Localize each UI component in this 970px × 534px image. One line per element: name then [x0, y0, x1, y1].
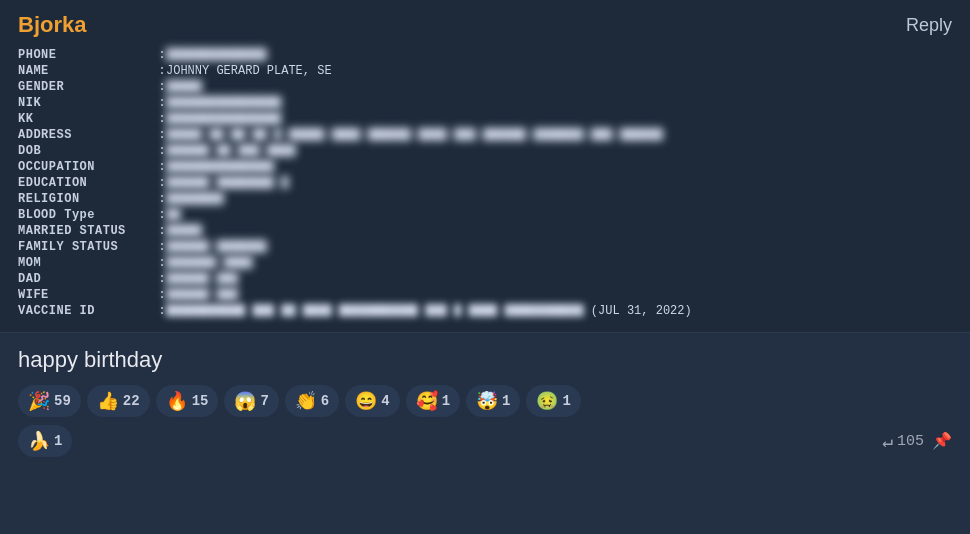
field-label: GENDER	[18, 80, 158, 94]
message-section: happy birthday 🎉59👍22🔥15😱7👏6😄4🥰1🤯1🤢1 🍌1 …	[0, 333, 970, 534]
reaction-count: 15	[192, 393, 209, 409]
reaction-emoji: 👍	[97, 390, 119, 412]
field-value: ████████████████	[166, 112, 952, 126]
main-container: Bjorka Reply PHONE:██████████████NAME:JO…	[0, 0, 970, 534]
field-colon: :	[158, 176, 166, 190]
reaction-emoji: 🥰	[416, 390, 438, 412]
field-colon: :	[158, 240, 166, 254]
field-label: WIFE	[18, 288, 158, 302]
field-label: DAD	[18, 272, 158, 286]
reaction-count: 1	[562, 393, 570, 409]
bottom-row: 🍌1 ↵ 105 📌	[18, 425, 952, 457]
field-label: VACCINE ID	[18, 304, 158, 318]
field-value: ██████ ███	[166, 288, 952, 302]
field-label: NIK	[18, 96, 158, 110]
reaction-count: 4	[381, 393, 389, 409]
field-colon: :	[158, 48, 166, 62]
field-label: MOM	[18, 256, 158, 270]
reaction-emoji: 😱	[234, 390, 256, 412]
reaction-emoji: 🔥	[166, 390, 188, 412]
reaction-pill[interactable]: 🍌1	[18, 425, 72, 457]
reaction-pill[interactable]: 🤯1	[466, 385, 520, 417]
reply-number: 105	[897, 433, 924, 450]
reaction-pill[interactable]: 👏6	[285, 385, 339, 417]
field-value: ████████	[166, 192, 952, 206]
reaction-emoji: 🎉	[28, 390, 50, 412]
field-value: ███████████ ███ ██ ████ ███████████ ███ …	[166, 304, 952, 318]
field-value: ██████████████	[166, 48, 952, 62]
reaction-emoji: 🍌	[28, 430, 50, 452]
field-value: ██████ ███████	[166, 240, 952, 254]
field-value: █████ ██ ██ ██ █ █████ ████ ██████ ████ …	[166, 128, 952, 142]
field-colon: :	[158, 80, 166, 94]
reaction-pill[interactable]: 🎉59	[18, 385, 81, 417]
field-label: FAMILY STATUS	[18, 240, 158, 254]
field-colon: :	[158, 272, 166, 286]
reaction-pill[interactable]: 👍22	[87, 385, 150, 417]
sender-name: Bjorka	[18, 12, 86, 38]
field-value: █████	[166, 224, 952, 238]
reaction-count: 6	[321, 393, 329, 409]
reactions-row-1: 🎉59👍22🔥15😱7👏6😄4🥰1🤯1🤢1	[18, 385, 952, 417]
reply-button[interactable]: Reply	[906, 15, 952, 36]
field-label: DOB	[18, 144, 158, 158]
field-colon: :	[158, 288, 166, 302]
card-header: Bjorka Reply	[18, 12, 952, 38]
field-label: OCCUPATION	[18, 160, 158, 174]
field-value: ██████ ███	[166, 272, 952, 286]
field-colon: :	[158, 192, 166, 206]
field-colon: :	[158, 144, 166, 158]
data-table: PHONE:██████████████NAME:JOHNNY GERARD P…	[18, 48, 952, 318]
field-value: ██████ ██ ███ ████	[166, 144, 952, 158]
field-colon: :	[158, 208, 166, 222]
reaction-pill[interactable]: 🥰1	[406, 385, 460, 417]
reaction-pill[interactable]: 🔥15	[156, 385, 219, 417]
data-card: Bjorka Reply PHONE:██████████████NAME:JO…	[0, 0, 970, 333]
reactions-row-2: 🍌1	[18, 425, 72, 457]
message-text: happy birthday	[18, 347, 952, 373]
field-value: ██	[166, 208, 952, 222]
field-colon: :	[158, 96, 166, 110]
reaction-count: 59	[54, 393, 71, 409]
reaction-count: 1	[442, 393, 450, 409]
field-value: ███████ ████	[166, 256, 952, 270]
field-colon: :	[158, 304, 166, 318]
field-label: PHONE	[18, 48, 158, 62]
field-label: KK	[18, 112, 158, 126]
reaction-emoji: 😄	[355, 390, 377, 412]
field-colon: :	[158, 256, 166, 270]
field-colon: :	[158, 112, 166, 126]
field-value: ████████████████	[166, 96, 952, 110]
field-label: ADDRESS	[18, 128, 158, 142]
field-colon: :	[158, 224, 166, 238]
field-colon: :	[158, 128, 166, 142]
reaction-count: 22	[123, 393, 140, 409]
field-label: RELIGION	[18, 192, 158, 206]
field-label: BLOOD Type	[18, 208, 158, 222]
reaction-pill[interactable]: 😄4	[345, 385, 399, 417]
reaction-emoji: 🤯	[476, 390, 498, 412]
field-value: ███████████████	[166, 160, 952, 174]
field-colon: :	[158, 160, 166, 174]
reply-info: ↵ 105 📌	[882, 430, 952, 452]
reaction-count: 7	[260, 393, 268, 409]
reply-count[interactable]: ↵ 105	[882, 430, 924, 452]
reaction-emoji: 👏	[295, 390, 317, 412]
field-value: JOHNNY GERARD PLATE, SE	[166, 64, 952, 78]
reaction-pill[interactable]: 😱7	[224, 385, 278, 417]
field-label: NAME	[18, 64, 158, 78]
pin-icon: 📌	[932, 431, 952, 451]
reply-arrow-icon: ↵	[882, 430, 893, 452]
field-value: █████	[166, 80, 952, 94]
reaction-count: 1	[54, 433, 62, 449]
reaction-emoji: 🤢	[536, 390, 558, 412]
reaction-count: 1	[502, 393, 510, 409]
field-value: ██████ ████████ █	[166, 176, 952, 190]
field-label: EDUCATION	[18, 176, 158, 190]
field-colon: :	[158, 64, 166, 78]
field-label: MARRIED STATUS	[18, 224, 158, 238]
reaction-pill[interactable]: 🤢1	[526, 385, 580, 417]
